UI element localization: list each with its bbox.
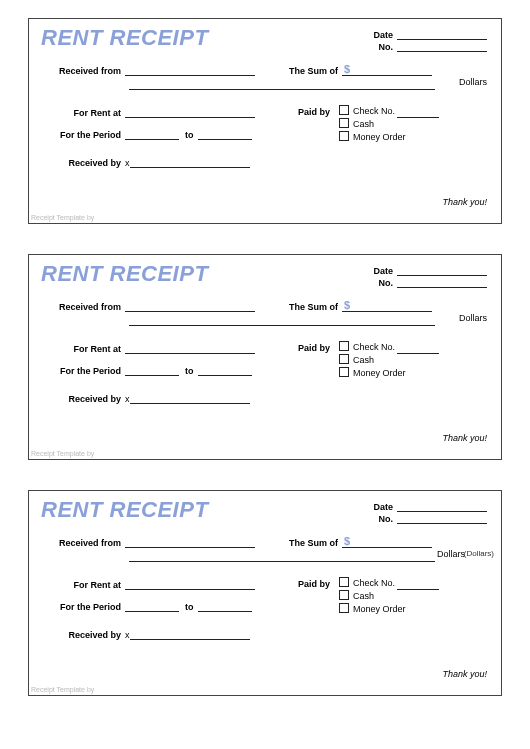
cash-checkbox[interactable] [339,354,349,364]
rent-receipt-2: RENT RECEIPT Date No. Received from The … [28,254,502,460]
date-input-line[interactable] [397,501,487,512]
for-rent-at-line[interactable] [125,343,255,354]
sum-words-field [125,315,435,326]
received-from-field: Received from [49,537,255,548]
money-order-option: Money Order [339,603,439,616]
received-by-field: Received by x [49,629,250,640]
no-label: No. [379,278,394,288]
sum-of-line[interactable]: $ [342,65,432,76]
received-from-line[interactable] [125,65,255,76]
money-order-checkbox[interactable] [339,131,349,141]
cash-option: Cash [339,354,439,367]
for-rent-at-field: For Rent at [49,343,255,354]
check-no-line[interactable] [397,345,439,354]
check-no-line[interactable] [397,109,439,118]
receipt-title: RENT RECEIPT [41,25,208,51]
rent-receipt-3: RENT RECEIPT Date No. Received from The … [28,490,502,696]
sum-of-label: The Sum of [289,66,338,76]
money-order-checkbox[interactable] [339,603,349,613]
received-by-label: Received by [49,394,121,404]
check-no-option: Check No. [339,577,439,590]
sum-of-label: The Sum of [289,302,338,312]
thank-you: Thank you! [442,669,487,679]
no-field: No. [379,513,488,524]
received-by-label: Received by [49,158,121,168]
sum-of-line[interactable]: $ [342,537,432,548]
dollars-word-overlapped: Dollars [437,549,465,559]
date-label: Date [373,502,393,512]
received-by-label: Received by [49,630,121,640]
sum-of-field: The Sum of $ [289,537,432,548]
cash-checkbox[interactable] [339,590,349,600]
footer-credit: Receipt Template by [31,450,94,457]
for-rent-at-line[interactable] [125,107,255,118]
rent-receipt-1: RENT RECEIPT Date No. Received from The … [28,18,502,224]
sum-words-line[interactable] [129,551,435,562]
footer-credit: Receipt Template by [31,686,94,693]
dollars-word: Dollars [459,77,487,87]
period-from-line[interactable] [125,365,179,376]
no-field: No. [379,41,488,52]
received-from-label: Received from [49,66,121,76]
period-to-line[interactable] [198,365,252,376]
received-by-field: Received by x [49,393,250,404]
received-from-field: Received from [49,65,255,76]
received-by-field: Received by x [49,157,250,168]
check-no-checkbox[interactable] [339,105,349,115]
received-by-line[interactable] [130,157,250,168]
period-from-line[interactable] [125,601,179,612]
thank-you: Thank you! [442,433,487,443]
sum-words-line[interactable] [129,79,435,90]
period-to-line[interactable] [198,129,252,140]
check-no-option: Check No. [339,341,439,354]
sum-of-field: The Sum of $ [289,301,432,312]
date-label: Date [373,266,393,276]
currency-symbol: $ [344,299,350,311]
received-from-line[interactable] [125,537,255,548]
no-label: No. [379,42,394,52]
no-input-line[interactable] [397,513,487,524]
for-period-label: For the Period [49,602,121,612]
sum-words-line[interactable] [129,315,435,326]
cash-checkbox[interactable] [339,118,349,128]
money-order-checkbox[interactable] [339,367,349,377]
paid-by-field: Paid by [298,343,330,353]
sum-of-line[interactable]: $ [342,301,432,312]
check-no-option: Check No. [339,105,439,118]
receipt-title: RENT RECEIPT [41,261,208,287]
date-label: Date [373,30,393,40]
for-rent-at-line[interactable] [125,579,255,590]
cash-option: Cash [339,590,439,603]
paid-by-options: Check No. Cash Money Order [339,341,439,380]
overlay-dollars-text: (Dollars) [464,549,494,558]
paid-by-label: Paid by [298,579,330,589]
no-input-line[interactable] [397,277,487,288]
sum-of-field: The Sum of $ [289,65,432,76]
period-to-line[interactable] [198,601,252,612]
to-label: to [185,366,194,376]
money-order-option: Money Order [339,131,439,144]
paid-by-options: Check No. Cash Money Order [339,577,439,616]
date-input-line[interactable] [397,265,487,276]
paid-by-options: Check No. Cash Money Order [339,105,439,144]
to-label: to [185,602,194,612]
sum-of-label: The Sum of [289,538,338,548]
receipt-title: RENT RECEIPT [41,497,208,523]
check-no-checkbox[interactable] [339,577,349,587]
for-period-field: For the Period to [49,365,252,376]
date-input-line[interactable] [397,29,487,40]
received-from-line[interactable] [125,301,255,312]
no-input-line[interactable] [397,41,487,52]
received-from-field: Received from [49,301,255,312]
for-rent-at-field: For Rent at [49,579,255,590]
check-no-checkbox[interactable] [339,341,349,351]
for-period-field: For the Period to [49,601,252,612]
sum-words-field [125,551,435,562]
period-from-line[interactable] [125,129,179,140]
received-by-line[interactable] [130,393,250,404]
thank-you: Thank you! [442,197,487,207]
check-no-line[interactable] [397,581,439,590]
received-by-line[interactable] [130,629,250,640]
paid-by-field: Paid by [298,107,330,117]
received-from-label: Received from [49,302,121,312]
